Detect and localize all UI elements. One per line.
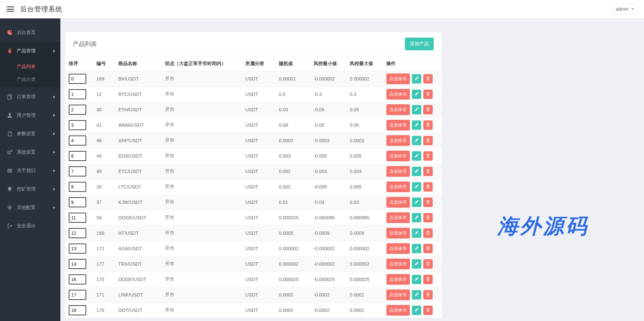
edit-button[interactable] xyxy=(412,167,421,176)
close-market-button[interactable]: 点击休市 xyxy=(386,120,410,130)
close-market-button[interactable]: 点击休市 xyxy=(386,104,410,115)
delete-button[interactable] xyxy=(423,290,433,300)
risk-max-cell: 0.000002 xyxy=(347,241,384,256)
sort-input[interactable] xyxy=(69,120,86,130)
sort-input[interactable] xyxy=(69,274,86,284)
sidebar-group: B产品管理产品列表产品分类 xyxy=(0,42,60,88)
sort-input[interactable] xyxy=(69,136,86,146)
edit-button[interactable] xyxy=(412,306,421,315)
sort-input[interactable] xyxy=(69,74,86,84)
edit-button[interactable] xyxy=(412,151,421,161)
close-market-button[interactable]: 点击休市 xyxy=(386,289,410,300)
close-market-button[interactable]: 点击休市 xyxy=(386,181,410,192)
sidebar-subitem[interactable]: 产品分类 xyxy=(0,73,60,86)
sort-input[interactable] xyxy=(69,105,86,115)
risk-min-cell: -0.0003 xyxy=(311,133,347,148)
sidebar-item-dashboard[interactable]: 后台首页 xyxy=(0,23,60,42)
edit-button[interactable] xyxy=(412,182,421,192)
delete-button[interactable] xyxy=(423,228,433,238)
edit-button[interactable] xyxy=(412,228,421,238)
delete-button[interactable] xyxy=(423,105,433,114)
sort-input[interactable] xyxy=(69,213,86,223)
close-market-button[interactable]: 点击休市 xyxy=(386,166,410,177)
close-market-button[interactable]: 点击休市 xyxy=(386,212,410,223)
sort-input[interactable] xyxy=(69,89,86,99)
sidebar-item-gears[interactable]: 系统设置 xyxy=(0,143,60,161)
sort-cell xyxy=(65,303,94,318)
random-value-cell: 0.5 xyxy=(276,87,311,102)
sort-input[interactable] xyxy=(69,197,86,207)
delete-button[interactable] xyxy=(423,244,433,253)
sort-input[interactable] xyxy=(69,244,86,254)
edit-button[interactable] xyxy=(412,74,421,84)
delete-button[interactable] xyxy=(423,213,433,222)
delete-button[interactable] xyxy=(423,151,433,161)
close-market-button[interactable]: 点击休市 xyxy=(386,151,410,161)
sidebar-subitem[interactable]: 产品列表 xyxy=(0,60,60,73)
close-market-button[interactable]: 点击休市 xyxy=(386,228,410,238)
delete-button[interactable] xyxy=(423,74,433,84)
product-name-cell: HT/USDT xyxy=(116,225,162,241)
close-market-button[interactable]: 点击休市 xyxy=(386,89,410,100)
sidebar-item-file[interactable]: 参数设置 xyxy=(0,124,60,143)
edit-button[interactable] xyxy=(412,275,421,284)
chevron-down-icon xyxy=(631,8,634,10)
delete-button[interactable] xyxy=(423,275,433,284)
sidebar-item-copy[interactable]: 订单管理 xyxy=(0,88,60,106)
sort-input[interactable] xyxy=(69,305,86,315)
close-market-button[interactable]: 点击休市 xyxy=(386,73,410,84)
sidebar-item-list[interactable]: 关于我们 xyxy=(0,161,60,180)
edit-button[interactable] xyxy=(412,244,421,253)
sort-input[interactable] xyxy=(69,151,86,161)
user-dropdown[interactable]: admin xyxy=(611,4,639,14)
sort-cell xyxy=(65,287,94,303)
close-market-button[interactable]: 点击休市 xyxy=(386,197,410,208)
sidebar-item-user[interactable]: 用户管理 xyxy=(0,106,60,124)
edit-button[interactable] xyxy=(412,198,421,207)
actions-cell: 点击休市 xyxy=(384,272,442,287)
status-cell: 开市 xyxy=(162,241,243,256)
close-market-button[interactable]: 点击休市 xyxy=(386,243,410,254)
sort-input[interactable] xyxy=(69,228,86,238)
delete-button[interactable] xyxy=(423,167,433,176)
sidebar-item-signout[interactable]: 安全退出 xyxy=(0,217,60,235)
delete-button[interactable] xyxy=(423,136,433,145)
delete-button[interactable] xyxy=(423,306,433,315)
edit-button[interactable] xyxy=(412,290,421,300)
pencil-icon xyxy=(414,277,419,282)
close-market-button[interactable]: 点击休市 xyxy=(386,259,410,269)
sort-cell xyxy=(65,272,94,287)
delete-button[interactable] xyxy=(423,120,433,130)
sort-input[interactable] xyxy=(69,259,86,269)
sort-input[interactable] xyxy=(69,182,86,192)
sidebar-item-bitcoin[interactable]: B产品管理 xyxy=(0,42,60,60)
trash-icon xyxy=(426,169,430,174)
actions-cell: 点击休市 xyxy=(384,225,442,241)
menu-toggle-icon[interactable] xyxy=(7,6,14,12)
sort-input[interactable] xyxy=(69,290,86,300)
sort-input[interactable] xyxy=(69,166,86,176)
edit-button[interactable] xyxy=(412,90,421,99)
edit-button[interactable] xyxy=(412,213,421,222)
sidebar-item-bell[interactable]: 挖矿管理 xyxy=(0,180,60,198)
actions-cell: 点击休市 xyxy=(384,117,442,133)
edit-button[interactable] xyxy=(412,105,421,114)
edit-button[interactable] xyxy=(412,136,421,145)
close-market-button[interactable]: 点击休市 xyxy=(386,274,410,285)
delete-button[interactable] xyxy=(423,182,433,192)
sidebar-item-gear[interactable]: 其他配置 xyxy=(0,198,60,217)
delete-button[interactable] xyxy=(423,90,433,99)
edit-button[interactable] xyxy=(412,259,421,269)
close-market-button[interactable]: 点击休市 xyxy=(386,135,410,146)
id-cell: 46 xyxy=(94,133,116,148)
risk-max-cell: 0.003 xyxy=(347,164,384,179)
chevron-right-icon xyxy=(53,151,55,154)
status-cell: 开市 xyxy=(162,87,243,102)
actions-cell: 点击休市 xyxy=(384,287,442,303)
close-market-button[interactable]: 点击休市 xyxy=(386,305,410,316)
delete-button[interactable] xyxy=(423,198,433,207)
sort-cell xyxy=(65,148,94,164)
edit-button[interactable] xyxy=(412,120,421,130)
delete-button[interactable] xyxy=(423,259,433,269)
add-product-button[interactable]: 添加产品 xyxy=(405,38,434,50)
